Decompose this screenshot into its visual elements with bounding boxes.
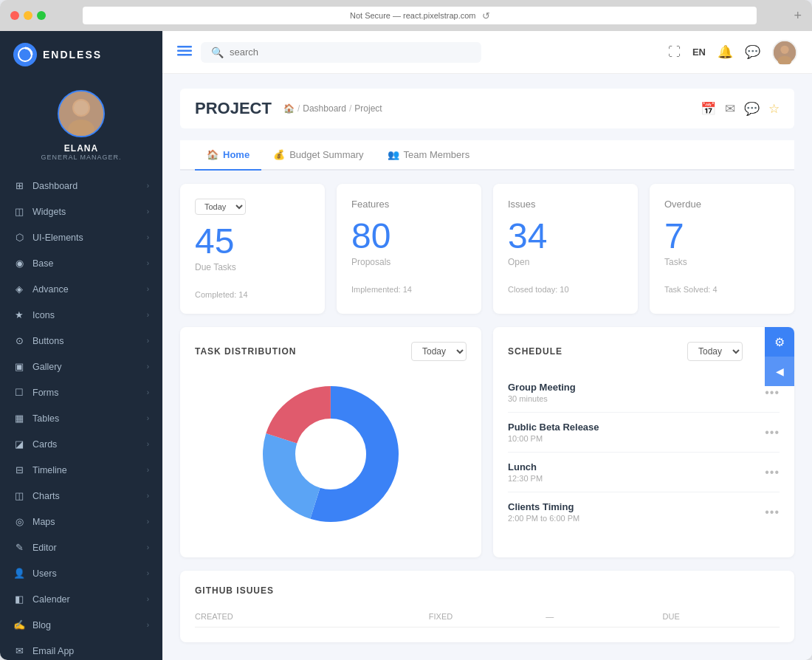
nav-icon-buttons: ⊙ [13, 335, 25, 346]
nav-arrow-dashboard: › [147, 182, 149, 190]
schedule-info-lunch: Lunch 12:30 PM [508, 461, 756, 483]
calendar-icon[interactable]: 📅 [701, 101, 716, 117]
url-text: Not Secure — react.pixelstrap.com [350, 11, 476, 20]
breadcrumb-project[interactable]: Project [354, 103, 382, 114]
nav-icon-gallery: ▣ [13, 361, 25, 372]
stat-title-features: Features [351, 199, 389, 210]
sidebar-item-users[interactable]: 👤 Users › [0, 560, 162, 586]
svg-rect-7 [177, 54, 192, 56]
tab-budget-icon: 💰 [273, 149, 285, 160]
task-distribution-dropdown[interactable]: Today Week [411, 342, 467, 361]
sidebar-item-cards[interactable]: ◪ Cards › [0, 431, 162, 457]
github-table-header: Created Fixed — Due [195, 606, 780, 628]
sidebar-item-calender[interactable]: ◧ Calender › [0, 586, 162, 612]
message-icon[interactable]: 💬 [745, 44, 760, 60]
sidebar-item-buttons[interactable]: ⊙ Buttons › [0, 328, 162, 354]
sidebar-item-maps[interactable]: ◎ Maps › [0, 509, 162, 534]
nav-arrow-ui-elements: › [147, 233, 149, 241]
nav-arrow-cards: › [147, 440, 149, 448]
nav-label-charts: Charts [32, 491, 140, 501]
nav-arrow-editor: › [147, 543, 149, 551]
logo-text: ENDLESS [43, 49, 102, 61]
sidebar-profile: ELANA GENERAL MANAGER. [0, 78, 162, 173]
sidebar-item-tables[interactable]: ▦ Tables › [0, 405, 162, 431]
sidebar-item-editor[interactable]: ✎ Editor › [0, 534, 162, 560]
minimize-dot[interactable] [24, 11, 32, 20]
fullscreen-icon[interactable]: ⛶ [668, 45, 681, 60]
sidebar-item-dashboard[interactable]: ⊞ Dashboard › [0, 173, 162, 199]
stat-number-due-tasks: 45 [195, 224, 310, 259]
github-col-due: Due [663, 612, 780, 621]
tab-home[interactable]: 🏠 Home [195, 140, 261, 171]
github-col-fixed: Fixed [429, 612, 546, 621]
search-input[interactable] [230, 47, 471, 58]
tab-home-icon: 🏠 [207, 149, 219, 160]
search-icon: 🔍 [211, 47, 224, 58]
bottom-row: TASK DISTRIBUTION Today Week [180, 327, 794, 557]
page-header: PROJECT 🏠 / Dashboard / Project 📅 ✉ 💬 [180, 89, 794, 128]
gear-button[interactable]: ⚙ [765, 327, 794, 357]
nav-arrow-timeline: › [147, 466, 149, 474]
sidebar-item-forms[interactable]: ☐ Forms › [0, 379, 162, 405]
schedule-dots-clients-timing[interactable]: ••• [765, 506, 780, 519]
sidebar-item-gallery[interactable]: ▣ Gallery › [0, 354, 162, 379]
sidebar-item-blog[interactable]: ✍ Blog › [0, 612, 162, 638]
language-selector[interactable]: EN [692, 47, 706, 58]
nav-label-base: Base [32, 258, 140, 269]
breadcrumb-dashboard[interactable]: Dashboard [303, 103, 346, 114]
schedule-dots-beta-release[interactable]: ••• [765, 426, 780, 439]
schedule-item-clients-timing: Clients Timing 2:00 PM to 6:00 PM ••• [508, 492, 780, 532]
mail-icon[interactable]: ✉ [725, 101, 735, 117]
chat-icon[interactable]: 💬 [744, 101, 760, 117]
schedule-title: SCHEDULE [508, 346, 562, 357]
close-dot[interactable] [10, 11, 19, 20]
nav-arrow-charts: › [147, 492, 149, 500]
stat-title-issues: Issues [508, 199, 536, 210]
browser-dots [10, 11, 46, 20]
maximize-dot[interactable] [37, 11, 46, 20]
nav-icon-timeline: ⊟ [13, 464, 25, 475]
page-tabs: 🏠 Home 💰 Budget Summary 👥 Team Members [180, 140, 794, 171]
nav-icon-tables: ▦ [13, 413, 25, 424]
sidebar-item-advance[interactable]: ◈ Advance › [0, 276, 162, 302]
nav-arrow-tables: › [147, 414, 149, 422]
schedule-dots-lunch[interactable]: ••• [765, 466, 780, 479]
sidebar-item-email-app[interactable]: ✉ Email App [0, 638, 162, 660]
sidebar-item-icons[interactable]: ★ Icons › [0, 302, 162, 328]
stat-footer-features: Implemented: 14 [351, 285, 467, 294]
menu-icon[interactable] [177, 44, 192, 60]
reload-icon[interactable]: ↺ [482, 10, 490, 21]
schedule-name-group-meeting: Group Meeting [508, 382, 756, 393]
tab-budget[interactable]: 💰 Budget Summary [261, 140, 375, 171]
nav-label-maps: Maps [32, 517, 140, 527]
url-bar[interactable]: Not Secure — react.pixelstrap.com ↺ [83, 7, 757, 24]
svg-point-9 [780, 45, 788, 53]
sidebar-item-widgets[interactable]: ◫ Widgets › [0, 199, 162, 224]
sidebar-item-ui-elements[interactable]: ⬡ UI-Elements › [0, 224, 162, 250]
sidebar-nav: ⊞ Dashboard › ◫ Widgets › ⬡ UI-Elements … [0, 173, 162, 660]
nav-arrow-maps: › [147, 518, 149, 526]
schedule-name-lunch: Lunch [508, 461, 756, 472]
schedule-dropdown[interactable]: Today Week [687, 342, 743, 361]
sidebar-item-charts[interactable]: ◫ Charts › [0, 483, 162, 509]
notification-icon[interactable]: 🔔 [718, 44, 733, 60]
nav-arrow-blog: › [147, 621, 149, 629]
tab-team-icon: 👥 [388, 149, 399, 160]
breadcrumb-home-icon: 🏠 [283, 103, 295, 114]
profile-role: GENERAL MANAGER. [41, 154, 121, 161]
schedule-dots-group-meeting[interactable]: ••• [765, 386, 780, 399]
sidebar-item-timeline[interactable]: ⊟ Timeline › [0, 457, 162, 483]
nav-icon-ui-elements: ⬡ [13, 232, 25, 243]
star-icon[interactable]: ☆ [768, 101, 780, 117]
due-tasks-dropdown[interactable]: Today Week Month [195, 199, 246, 215]
topbar-avatar[interactable] [772, 40, 797, 65]
page-header-left: PROJECT 🏠 / Dashboard / Project [195, 99, 382, 118]
tab-team[interactable]: 👥 Team Members [376, 140, 482, 171]
back-button[interactable]: ◀ [765, 357, 794, 386]
app-container: ENDLESS ELANA GENERAL MANAGER. ⊞ D [0, 31, 812, 660]
schedule-item-group-meeting: Group Meeting 30 minutes ••• [508, 373, 780, 413]
nav-label-ui-elements: UI-Elements [32, 233, 140, 243]
nav-label-editor: Editor [32, 543, 140, 553]
sidebar-item-base[interactable]: ◉ Base › [0, 250, 162, 276]
new-tab-button[interactable]: + [794, 8, 802, 24]
